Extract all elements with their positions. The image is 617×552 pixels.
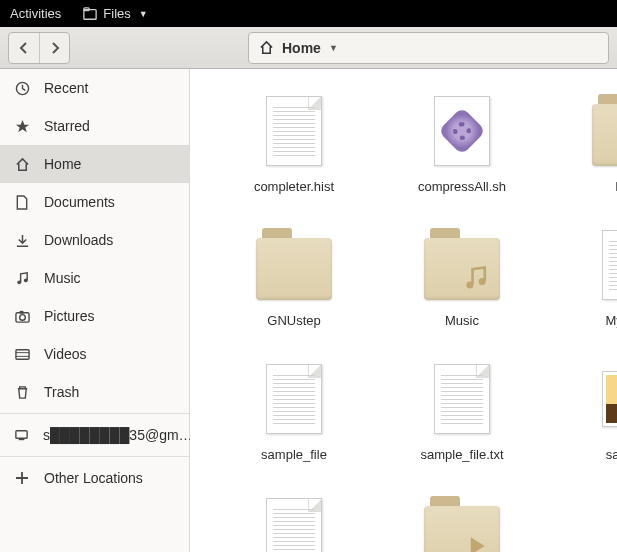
sidebar-other-label: Other Locations	[44, 470, 143, 486]
home-icon	[259, 40, 274, 55]
file-item[interactable]: Music	[382, 225, 542, 359]
svg-point-3	[17, 280, 21, 284]
doc-icon	[256, 91, 332, 171]
file-label: compressAll.sh	[418, 179, 506, 194]
file-item[interactable]: sample_file	[214, 359, 374, 493]
app-menu-label: Files	[103, 6, 130, 21]
sidebar-item-label: Starred	[44, 118, 90, 134]
sidebar-other-locations[interactable]: Other Locations	[0, 459, 189, 497]
download-icon	[14, 233, 30, 248]
file-item[interactable]: Desk	[550, 91, 617, 225]
nav-buttons	[8, 32, 70, 64]
sidebar-item-label: Recent	[44, 80, 88, 96]
back-button[interactable]	[9, 33, 39, 63]
sidebar-item-music[interactable]: Music	[0, 259, 189, 297]
file-label: Music	[445, 313, 479, 328]
video-icon	[14, 347, 30, 362]
sidebar-item-starred[interactable]: Starred	[0, 107, 189, 145]
sidebar-item-label: Home	[44, 156, 81, 172]
file-item[interactable]	[214, 493, 374, 552]
sidebar-item-videos[interactable]: Videos	[0, 335, 189, 373]
file-grid[interactable]: completer.histcompressAll.shDeskGNUstepM…	[190, 69, 617, 552]
doc-icon	[592, 225, 617, 305]
svg-rect-9	[16, 430, 27, 438]
app-menu[interactable]: Files ▼	[83, 6, 147, 21]
svg-point-6	[19, 314, 25, 320]
svg-rect-10	[19, 438, 25, 440]
chevron-left-icon	[18, 42, 30, 54]
camera-icon	[14, 309, 30, 324]
sidebar-item-label: Videos	[44, 346, 87, 362]
sidebar-item-recent[interactable]: Recent	[0, 69, 189, 107]
activities-button[interactable]: Activities	[10, 6, 61, 21]
separator	[0, 413, 189, 414]
svg-rect-7	[19, 310, 23, 313]
chevron-down-icon: ▼	[329, 43, 338, 53]
sidebar-item-pictures[interactable]: Pictures	[0, 297, 189, 335]
chevron-down-icon: ▼	[139, 9, 148, 19]
separator	[0, 456, 189, 457]
file-label: completer.hist	[254, 179, 334, 194]
forward-button[interactable]	[39, 33, 69, 63]
files-app-icon	[83, 7, 97, 21]
chevron-right-icon	[49, 42, 61, 54]
file-label: MyTextF	[605, 313, 617, 328]
file-item[interactable]: GNUstep	[214, 225, 374, 359]
sidebar-item-label: Music	[44, 270, 81, 286]
path-bar[interactable]: Home ▼	[248, 32, 609, 64]
file-label: sample_file.txt	[420, 447, 503, 462]
sidebar: RecentStarredHomeDocumentsDownloadsMusic…	[0, 69, 190, 552]
sidebar-account[interactable]: s████████35@gm…	[0, 416, 189, 454]
file-label: samplefi	[606, 447, 617, 462]
folder-icon	[424, 493, 500, 552]
file-item[interactable]: completer.hist	[214, 91, 374, 225]
file-item[interactable]	[382, 493, 542, 552]
sidebar-item-label: Trash	[44, 384, 79, 400]
home-icon	[14, 157, 30, 172]
image-icon	[592, 359, 617, 439]
folder-icon	[424, 225, 500, 305]
file-item[interactable]: MyTextF	[550, 225, 617, 359]
file-item[interactable]: sample_file.txt	[382, 359, 542, 493]
folder-icon	[592, 91, 617, 171]
sidebar-item-documents[interactable]: Documents	[0, 183, 189, 221]
svg-point-12	[466, 282, 473, 289]
sidebar-item-label: Pictures	[44, 308, 95, 324]
svg-rect-8	[15, 349, 28, 358]
doc-icon	[424, 359, 500, 439]
toolbar: Home ▼	[0, 27, 617, 69]
svg-point-4	[23, 278, 27, 282]
clock-icon	[14, 81, 30, 96]
file-label: sample_file	[261, 447, 327, 462]
doc-icon	[256, 359, 332, 439]
sidebar-item-home[interactable]: Home	[0, 145, 189, 183]
script-icon	[424, 91, 500, 171]
sidebar-item-trash[interactable]: Trash	[0, 373, 189, 411]
doc-icon	[256, 493, 332, 552]
account-icon	[14, 428, 29, 443]
file-item[interactable]: compressAll.sh	[382, 91, 542, 225]
path-label: Home	[282, 40, 321, 56]
sidebar-account-label: s████████35@gm…	[43, 427, 193, 443]
plus-icon	[14, 471, 30, 485]
file-item[interactable]: samplefi	[550, 359, 617, 493]
folder-icon	[256, 225, 332, 305]
sidebar-item-downloads[interactable]: Downloads	[0, 221, 189, 259]
trash-icon	[14, 385, 30, 400]
sidebar-item-label: Documents	[44, 194, 115, 210]
sidebar-item-label: Downloads	[44, 232, 113, 248]
svg-point-13	[479, 278, 486, 285]
music-icon	[14, 271, 30, 286]
document-icon	[14, 195, 30, 210]
gnome-topbar: Activities Files ▼	[0, 0, 617, 27]
file-label: GNUstep	[267, 313, 320, 328]
star-icon	[14, 119, 30, 134]
